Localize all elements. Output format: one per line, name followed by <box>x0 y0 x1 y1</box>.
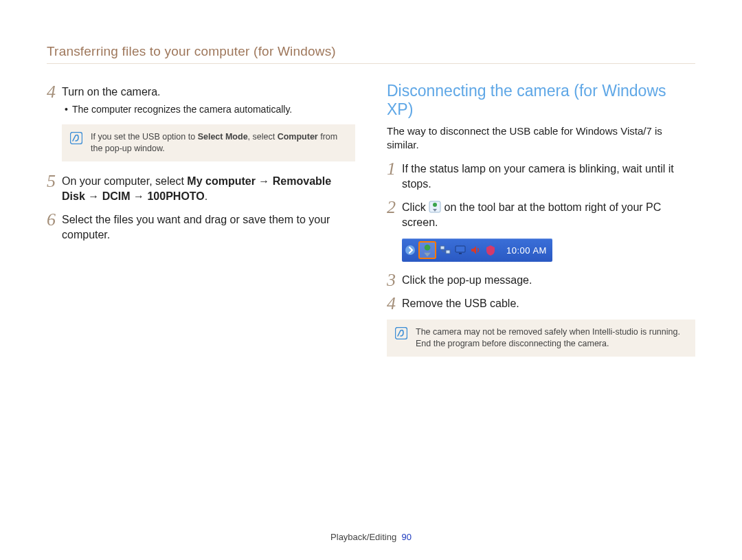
step-text: If the status lamp on your camera is bli… <box>402 163 674 190</box>
svg-rect-8 <box>459 253 462 254</box>
volume-icon[interactable] <box>469 244 482 256</box>
step-body: Click the pop-up message. <box>402 273 695 288</box>
step-4-right: 4 Remove the USB cable. <box>387 296 695 311</box>
step-text-post: . <box>205 190 207 202</box>
svg-point-3 <box>405 245 415 255</box>
step-number: 3 <box>387 273 402 288</box>
network-icon[interactable] <box>439 244 451 256</box>
step-text: Click the pop-up message. <box>402 274 532 286</box>
step-2: 2 Click on the tool bar at the bottom ri… <box>387 200 695 230</box>
note-text-mid: , select <box>248 132 278 142</box>
left-column: 4 Turn on the camera. The computer recog… <box>47 85 355 369</box>
step-body: Remove the USB cable. <box>402 296 695 311</box>
svg-rect-0 <box>71 133 82 144</box>
path-100photo: 100PHOTO <box>147 190 204 202</box>
footer-section: Playback/Editing <box>330 532 396 542</box>
step-body: On your computer, select My computer → R… <box>62 174 355 204</box>
safely-remove-hw-icon <box>429 201 441 213</box>
svg-point-4 <box>425 245 431 251</box>
note-bold-computer: Computer <box>278 132 318 142</box>
footer-page-number: 90 <box>401 532 411 542</box>
svg-point-2 <box>433 203 437 207</box>
step-text-pre: On your computer, select <box>62 175 187 187</box>
step-body: Select the files you want and drag or sa… <box>62 212 355 243</box>
content-columns: 4 Turn on the camera. The computer recog… <box>47 85 695 369</box>
note-icon <box>395 327 407 339</box>
step-text: Turn on the camera. <box>62 86 160 98</box>
safely-remove-hw-icon[interactable] <box>418 241 436 259</box>
svg-rect-6 <box>446 250 450 254</box>
path-dcim: DCIM <box>102 190 131 202</box>
page: Transferring files to your computer (for… <box>0 0 742 560</box>
step-text-post: on the tool bar at the bottom right of y… <box>402 201 661 228</box>
svg-rect-5 <box>440 246 445 249</box>
path-my-computer: My computer <box>187 175 256 187</box>
section-heading: Disconnecting the camera (for Windows XP… <box>387 82 695 119</box>
antivirus-icon[interactable] <box>484 244 497 256</box>
step-6: 6 Select the files you want and drag or … <box>47 212 355 243</box>
svg-rect-9 <box>396 328 407 339</box>
step-number: 4 <box>387 296 402 311</box>
step-number: 5 <box>47 174 62 189</box>
right-column: Disconnecting the camera (for Windows XP… <box>387 85 695 369</box>
step-bullet: The computer recognizes the camera autom… <box>62 102 355 116</box>
taskbar-expand-icon[interactable] <box>405 245 416 256</box>
section-subtext: The way to disconnect the USB cable for … <box>387 124 695 152</box>
note-box-intelli-studio: The camera may not be removed safely whe… <box>387 320 695 357</box>
path-arrow3: → <box>131 190 148 202</box>
step-body: If the status lamp on your camera is bli… <box>402 161 695 192</box>
path-arrow1: → <box>256 175 273 187</box>
step-3: 3 Click the pop-up message. <box>387 273 695 288</box>
step-text: Remove the USB cable. <box>402 298 519 309</box>
note-text-pre: If you set the USB option to <box>91 132 198 142</box>
step-body: Turn on the camera. The computer recogni… <box>62 85 355 116</box>
display-icon[interactable] <box>454 244 466 256</box>
note-box-usb-option: If you set the USB option to Select Mode… <box>62 124 355 161</box>
step-number: 4 <box>47 85 62 100</box>
svg-rect-7 <box>456 246 465 252</box>
note-icon <box>70 132 82 144</box>
step-number: 6 <box>47 212 62 227</box>
taskbar: 10:00 AM <box>402 238 552 262</box>
step-5: 5 On your computer, select My computer →… <box>47 174 355 204</box>
taskbar-clock: 10:00 AM <box>506 245 547 256</box>
taskbar-screenshot: 10:00 AM <box>402 238 695 262</box>
step-1: 1 If the status lamp on your camera is b… <box>387 161 695 192</box>
header-divider <box>47 63 695 64</box>
note-text: The camera may not be removed safely whe… <box>416 326 686 350</box>
step-text-pre: Click <box>402 201 429 213</box>
page-header-title: Transferring files to your computer (for… <box>47 44 695 63</box>
page-footer: Playback/Editing 90 <box>0 532 742 542</box>
step-number: 2 <box>387 200 402 215</box>
note-text: If you set the USB option to Select Mode… <box>91 131 346 155</box>
step-4: 4 Turn on the camera. The computer recog… <box>47 85 355 116</box>
step-text: Select the files you want and drag or sa… <box>62 214 330 240</box>
path-arrow2: → <box>85 190 102 202</box>
note-bold-select-mode: Select Mode <box>198 132 248 142</box>
step-body: Click on the tool bar at the bottom righ… <box>402 200 695 230</box>
step-number: 1 <box>387 161 402 177</box>
